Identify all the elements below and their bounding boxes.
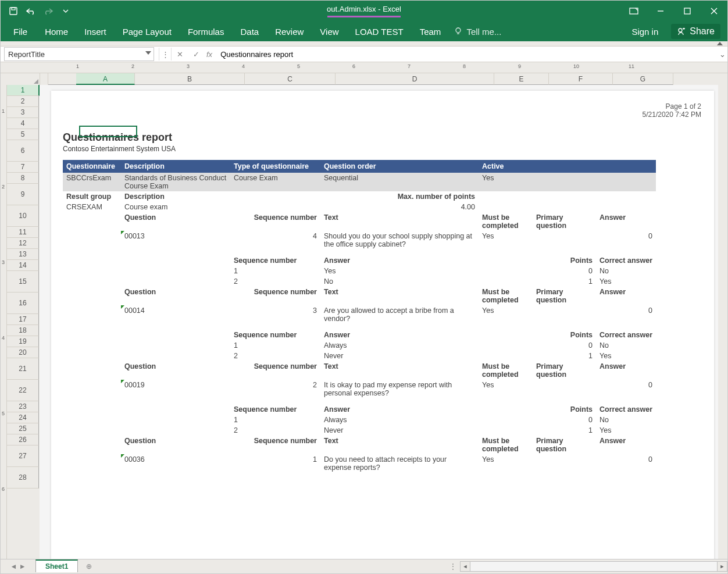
svg-rect-4 [684,8,690,14]
name-box[interactable]: ReportTitle [4,47,154,61]
row-header-9[interactable]: 9 [7,184,39,205]
maximize-icon[interactable] [674,1,701,22]
row-header-22[interactable]: 22 [7,380,39,401]
column-header-D[interactable]: D [336,73,494,85]
row-header-18[interactable]: 18 [7,325,39,336]
row-header-6[interactable]: 6 [7,140,39,162]
column-header-E[interactable]: E [494,73,549,85]
new-sheet-button[interactable]: ⊕ [81,560,97,573]
formula-input[interactable] [217,48,717,60]
row-header-3[interactable]: 3 [7,107,39,118]
horizontal-ruler: 1234567891011 [1,62,727,73]
column-header-B[interactable]: B [135,73,245,85]
formula-bar: ReportTitle ⋮ ✕ ✓ fx ⌄ [1,47,727,62]
window-title: out.Admin.xlsx - Excel [1,5,727,17]
worksheet-area[interactable]: Page 1 of 2 5/21/2020 7:42 PM Questionna… [40,85,727,559]
report-subtitle: Contoso Entertainment System USA [63,145,702,153]
enter-formula-icon[interactable]: ✓ [188,48,204,60]
tab-team[interactable]: Team [412,22,449,41]
sheet-tab-bar: ◄ ► Sheet1 ⊕ ⋮ ◄► [1,559,727,573]
expand-formula-bar-icon[interactable]: ⌄ [717,50,727,59]
column-headers: ABCDEFG [1,73,727,85]
cancel-formula-icon[interactable]: ✕ [172,48,188,60]
row-header-27[interactable]: 27 [7,445,39,467]
svg-point-7 [456,28,461,33]
undo-icon[interactable] [23,3,39,19]
row-header-13[interactable]: 13 [7,249,39,260]
close-icon[interactable] [701,1,727,22]
row-header-16[interactable]: 16 [7,293,39,314]
row-header-25[interactable]: 25 [7,423,39,434]
report-main-table: Questionnaire Description Type of questi… [63,160,656,479]
column-header-G[interactable]: G [613,73,673,85]
ribbon-display-options-icon[interactable] [620,1,647,22]
row-header-8[interactable]: 8 [7,173,39,184]
tab-view[interactable]: View [312,22,347,41]
tab-insert[interactable]: Insert [76,22,115,41]
row-header-4[interactable]: 4 [7,118,39,129]
tab-formulas[interactable]: Formulas [180,22,233,41]
row-header-23[interactable]: 23 [7,401,39,412]
title-bar: out.Admin.xlsx - Excel [1,1,727,22]
quick-access-toolbar [1,3,74,19]
share-icon [677,27,686,36]
select-all-cell[interactable] [1,73,40,85]
row-header-26[interactable]: 26 [7,434,39,445]
formula-bar-separator: ⋮ [159,48,172,60]
row-header-14[interactable]: 14 [7,260,39,271]
row-header-20[interactable]: 20 [7,347,39,358]
vertical-scrollbar[interactable] [718,85,727,559]
tab-page-layout[interactable]: Page Layout [115,22,180,41]
tell-me-search[interactable]: Tell me... [454,27,501,37]
sign-in-link[interactable]: Sign in [623,22,666,41]
tab-load-test[interactable]: LOAD TEST [347,22,412,41]
row-header-7[interactable]: 7 [7,162,39,173]
row-header-19[interactable]: 19 [7,336,39,347]
redo-icon[interactable] [40,3,56,19]
row-header-2[interactable]: 2 [7,96,39,107]
tab-review[interactable]: Review [267,22,312,41]
row-header-15[interactable]: 15 [7,271,39,293]
lightbulb-icon [454,27,463,36]
qat-customize-icon[interactable] [58,3,74,19]
row-header-5[interactable]: 5 [7,129,39,140]
chevron-down-icon[interactable] [145,51,151,55]
sheet-tab-sheet1[interactable]: Sheet1 [35,559,78,572]
row-header-10[interactable]: 10 [7,205,39,227]
minimize-icon[interactable] [647,1,674,22]
row-header-24[interactable]: 24 [7,412,39,423]
svg-point-9 [679,28,682,32]
page-indicator: Page 1 of 2 [643,102,701,110]
fx-icon[interactable]: fx [206,50,212,59]
sheet-nav-buttons[interactable]: ◄ ► [1,562,35,571]
tab-file[interactable]: File [8,22,37,41]
column-header-C[interactable]: C [245,73,336,85]
ribbon-tabs: File Home Insert Page Layout Formulas Da… [1,22,727,41]
share-button[interactable]: Share [671,24,720,39]
row-header-1[interactable]: 1 [7,85,40,96]
column-header-F[interactable]: F [549,73,613,85]
page-timestamp: 5/21/2020 7:42 PM [643,110,701,119]
save-icon[interactable] [5,3,22,19]
column-header-A[interactable]: A [76,73,135,85]
row-header-11[interactable]: 11 [7,227,39,238]
print-page: Page 1 of 2 5/21/2020 7:42 PM Questionna… [51,91,714,559]
row-header-17[interactable]: 17 [7,314,39,325]
tab-home[interactable]: Home [37,22,76,41]
report-title-cell[interactable]: Questionnaires report [63,131,702,144]
ribbon-collapse-toggle[interactable] [1,41,727,47]
row-header-12[interactable]: 12 [7,238,39,249]
svg-rect-0 [10,8,17,15]
row-header-28[interactable]: 28 [7,467,39,489]
row-header-21[interactable]: 21 [7,358,39,380]
horizontal-scrollbar[interactable]: ◄► [460,562,727,571]
tab-data[interactable]: Data [232,22,267,41]
